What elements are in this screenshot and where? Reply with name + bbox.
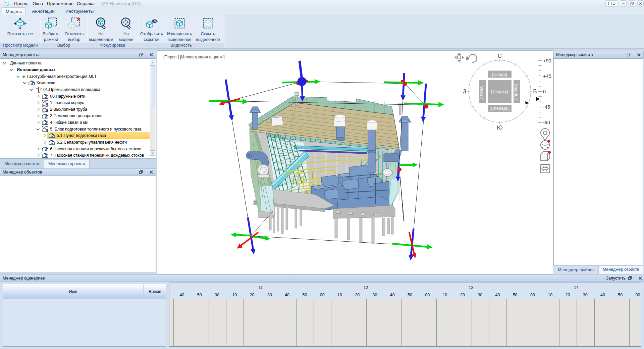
svg-text:[Сзади]: [Сзади]: [492, 72, 507, 77]
svg-text:-90: -90: [543, 120, 550, 125]
svg-text:Ю: Ю: [497, 124, 502, 131]
svg-text:[Справа]: [Справа]: [513, 84, 518, 102]
svg-text:З: З: [463, 88, 466, 95]
svg-text:[Сверху]: [Сверху]: [491, 89, 508, 94]
svg-text:С: С: [498, 53, 502, 59]
svg-text:[Слева]: [Слева]: [479, 85, 484, 100]
svg-text:+45: +45: [543, 73, 551, 79]
svg-text:В: В: [533, 88, 537, 95]
svg-text:+90: +90: [543, 58, 551, 63]
svg-text:0: 0: [543, 89, 546, 94]
svg-text:-45: -45: [543, 104, 550, 110]
svg-text:[Спереди]: [Спереди]: [490, 106, 510, 111]
